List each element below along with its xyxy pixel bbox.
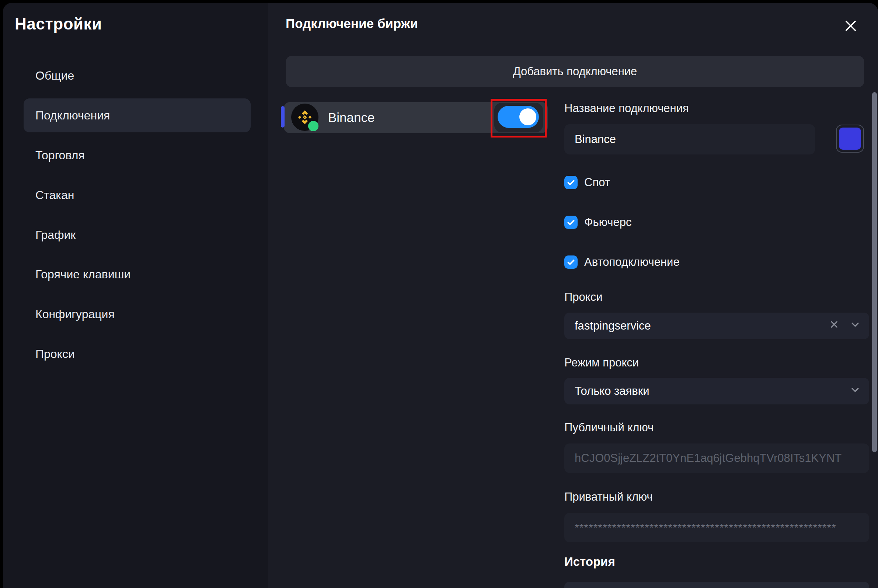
sidebar-item-chart[interactable]: График [35,227,76,243]
history-row[interactable]: 11:47:49 Н [564,582,869,588]
checkbox-autoconnect[interactable]: Автоподключение [564,254,680,270]
close-icon [843,18,859,35]
add-connection-button[interactable]: Добавить подключение [286,56,864,87]
connection-accent-bar [281,106,285,128]
checkbox-futures-label: Фьючерс [584,216,631,229]
settings-window: Настройки Общие Подключения Торговля Ста… [0,0,878,588]
scrollbar-thumb[interactable] [872,92,877,452]
sidebar-item-hotkeys[interactable]: Горячие клавиши [35,266,130,282]
checkbox-spot-label: Спот [584,176,610,189]
checkbox-spot[interactable]: Спот [564,174,610,190]
color-swatch-button[interactable] [836,124,864,153]
page-title: Настройки [15,15,102,33]
chevron-down-icon [849,384,861,399]
proxy-mode-select-value: Только заявки [575,384,649,398]
sidebar-item-configuration[interactable]: Конфигурация [35,306,115,322]
checkbox-check-icon [564,176,578,189]
proxy-select-value: fastpingservice [575,319,651,333]
proxy-label: Прокси [564,291,603,304]
sidebar [3,3,268,588]
proxy-select[interactable]: fastpingservice [564,313,869,339]
history-heading: История [564,555,615,569]
sidebar-item-trading[interactable]: Торговля [35,147,85,164]
checkbox-autoconnect-label: Автоподключение [584,255,680,269]
chevron-down-icon [849,318,861,333]
name-input[interactable] [564,124,815,154]
clear-x-icon[interactable] [829,319,840,333]
checkbox-futures[interactable]: Фьючерс [564,214,631,230]
checkbox-check-icon [564,255,578,269]
checkbox-check-icon [564,216,578,229]
private-key-input[interactable] [564,513,869,542]
public-key-label: Публичный ключ [564,421,653,434]
name-label: Название подключения [564,102,689,115]
proxy-mode-label: Режим прокси [564,356,639,369]
sidebar-item-connections[interactable]: Подключения [35,107,110,123]
color-swatch-fill [839,128,861,150]
annotation-highlight [491,99,547,138]
panel-title: Подключение биржи [286,16,418,31]
close-button[interactable] [841,16,861,37]
connection-name: Binance [328,102,375,133]
sidebar-item-proxies[interactable]: Прокси [35,346,75,362]
sidebar-item-orderbook[interactable]: Стакан [35,187,74,203]
status-dot [308,121,318,131]
public-key-input[interactable] [564,444,869,473]
sidebar-item-general[interactable]: Общие [35,68,74,84]
proxy-mode-select[interactable]: Только заявки [564,378,869,404]
private-key-label: Приватный ключ [564,490,653,504]
